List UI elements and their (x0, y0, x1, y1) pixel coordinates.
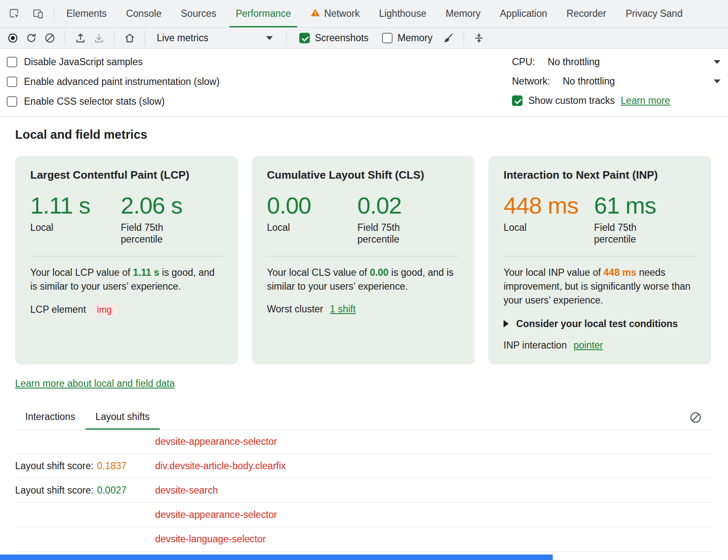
tab-application[interactable]: Application (490, 0, 557, 27)
advanced-paint-instrumentation-checkbox[interactable]: Enable advanced paint instrumentation (s… (7, 75, 512, 88)
show-custom-tracks-label: Show custom tracks (528, 95, 615, 106)
card-description: Your local CLS value of 0.00 is good, an… (267, 266, 459, 293)
checkbox-unchecked-icon (7, 77, 17, 87)
element-node-link[interactable]: div.devsite-article-body.clearfix (155, 460, 286, 472)
card-title: Largest Contentful Paint (LCP) (30, 169, 223, 182)
load-profile-icon[interactable] (73, 31, 88, 46)
tab-console[interactable]: Console (116, 0, 171, 27)
disclosure-label: Consider your local test conditions (516, 318, 678, 330)
metric-values: 448 ms Local 61 ms Field 75th percentile (504, 193, 696, 245)
tab-interactions[interactable]: Interactions (15, 409, 85, 429)
custom-tracks-learn-more-link[interactable]: Learn more (621, 95, 670, 106)
tab-label: Layout shifts (95, 411, 150, 422)
triangle-right-icon (504, 320, 509, 328)
network-throttle-select[interactable]: Network: No throttling (512, 75, 720, 88)
live-metrics-home-icon[interactable] (122, 31, 137, 46)
checkbox-unchecked-icon (382, 33, 393, 43)
card-title: Interaction to Next Paint (INP) (504, 169, 696, 182)
element-node-link[interactable]: devsite-appearance-selector (155, 436, 277, 447)
record-button[interactable] (5, 31, 20, 46)
layout-shift-row[interactable]: Layout shift score: 0.0027 devsite-searc… (15, 478, 711, 503)
chevron-down-icon (714, 60, 720, 64)
collapse-icon[interactable] (472, 31, 487, 46)
tab-memory[interactable]: Memory (436, 0, 490, 27)
local-label: Local (504, 222, 594, 233)
metric-card-cls: Cumulative Layout Shift (CLS) 0.00 Local… (252, 156, 475, 365)
inp-interaction-link[interactable]: pointer (573, 340, 603, 351)
layout-shift-row[interactable]: devsite-appearance-selector (15, 430, 711, 454)
local-value: 448 ms (504, 193, 594, 218)
screenshots-checkbox[interactable]: Screenshots (294, 32, 374, 44)
field-label: Field 75th percentile (357, 222, 414, 245)
live-metrics-view: Local and field metrics Largest Contentf… (0, 128, 728, 560)
worst-cluster-label: Worst cluster (267, 304, 323, 315)
panel-mode-select[interactable]: Live metrics (153, 30, 279, 46)
clear-icon[interactable] (42, 31, 57, 46)
live-metrics-log: Interactions Layout shifts devsite-appea… (15, 409, 711, 560)
inspect-element-icon[interactable] (7, 6, 22, 21)
metric-card-inp: Interaction to Next Paint (INP) 448 ms L… (488, 156, 711, 365)
tab-label: Sources (181, 8, 216, 19)
tab-layout-shifts[interactable]: Layout shifts (85, 409, 160, 429)
element-node-link[interactable]: devsite-language-selector (155, 534, 266, 545)
tab-recorder[interactable]: Recorder (557, 0, 616, 27)
score-cell: Layout shift score: 0.0027 (15, 485, 155, 496)
bottom-blue-bar (0, 555, 553, 560)
desc-text: Your local INP value of (504, 267, 604, 278)
field-metric: 2.06 s Field 75th percentile (121, 193, 182, 245)
show-custom-tracks-checkbox[interactable] (512, 95, 522, 106)
save-profile-icon[interactable] (91, 31, 106, 46)
lcp-element-node-link[interactable]: img (93, 304, 116, 316)
layout-shift-row[interactable]: devsite-appearance-selector (15, 503, 711, 527)
network-warning-icon (310, 8, 320, 20)
tab-label: Performance (236, 8, 291, 19)
device-toolbar-icon[interactable] (30, 6, 45, 21)
tab-label: Interactions (25, 411, 75, 422)
local-test-conditions-disclosure[interactable]: Consider your local test conditions (504, 318, 696, 330)
inp-interaction-label: INP interaction (504, 340, 567, 351)
cpu-label: CPU: (512, 56, 535, 68)
screenshots-label: Screenshots (315, 32, 369, 44)
tab-network[interactable]: Network (301, 0, 369, 27)
setting-label: Enable advanced paint instrumentation (s… (24, 76, 219, 87)
show-custom-tracks-row: Show custom tracks Learn more (512, 94, 720, 107)
desc-text: Your local CLS value of (267, 267, 370, 278)
field-value: 0.02 (357, 193, 414, 218)
lcp-element-row: LCP element img (30, 304, 223, 316)
score-value: 0.0027 (97, 485, 127, 496)
capture-settings-left: Disable JavaScript samples Enable advanc… (7, 55, 512, 108)
chevron-down-icon (266, 36, 273, 40)
tab-label: Console (126, 8, 161, 19)
layout-shift-row[interactable]: Layout shift score: 0.1837 div.devsite-a… (15, 454, 711, 478)
clear-log-icon[interactable] (689, 411, 702, 425)
tab-elements[interactable]: Elements (57, 0, 116, 27)
field-label: Field 75th percentile (594, 222, 651, 245)
element-node-link[interactable]: devsite-appearance-selector (155, 509, 277, 520)
tab-privacy-sandbox[interactable]: Privacy Sand (616, 0, 692, 27)
desc-value: 0.00 (370, 267, 389, 278)
tab-sources[interactable]: Sources (171, 0, 226, 27)
network-label: Network: (512, 76, 550, 87)
worst-cluster-link[interactable]: 1 shift (330, 304, 356, 315)
local-field-data-learn-more-link[interactable]: Learn more about local and field data (15, 378, 175, 389)
record-and-reload-icon[interactable] (24, 31, 39, 46)
metric-card-lcp: Largest Contentful Paint (LCP) 1.11 s Lo… (15, 156, 238, 365)
element-node-link[interactable]: devsite-search (155, 485, 218, 496)
garbage-collect-icon[interactable] (441, 31, 456, 46)
layout-shift-row[interactable]: devsite-language-selector (15, 527, 711, 552)
memory-checkbox[interactable]: Memory (377, 32, 438, 44)
checkbox-unchecked-icon (7, 96, 17, 107)
disable-js-samples-checkbox[interactable]: Disable JavaScript samples (7, 55, 512, 69)
tab-label: Lighthouse (379, 8, 427, 19)
local-metric: 0.00 Local (267, 193, 357, 245)
toolbar-separator (65, 31, 65, 45)
tab-performance[interactable]: Performance (226, 0, 301, 27)
local-metric: 1.11 s Local (30, 193, 121, 245)
chevron-down-icon (714, 79, 720, 83)
field-value: 2.06 s (121, 193, 182, 218)
local-value: 0.00 (267, 193, 357, 218)
css-selector-stats-checkbox[interactable]: Enable CSS selector stats (slow) (7, 95, 512, 108)
cpu-throttle-select[interactable]: CPU: No throttling (512, 55, 720, 69)
tab-lighthouse[interactable]: Lighthouse (369, 0, 436, 27)
panel-mode-value: Live metrics (157, 32, 208, 44)
